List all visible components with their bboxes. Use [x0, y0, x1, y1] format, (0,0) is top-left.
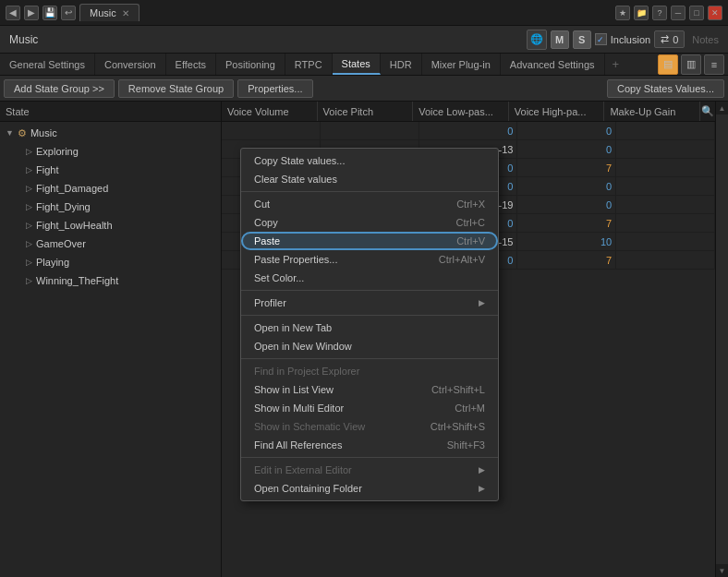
- menu-separator-4: [241, 358, 498, 359]
- inclusion-checkbox[interactable]: ✓: [595, 33, 607, 45]
- tab-advanced-settings[interactable]: Advanced Settings: [501, 54, 605, 75]
- cell-mug-0: [616, 122, 715, 139]
- help-button[interactable]: ?: [652, 6, 667, 20]
- back-button[interactable]: ◀: [6, 6, 20, 20]
- cell-mug-5: [616, 214, 715, 232]
- tab-mixer-plugin[interactable]: Mixer Plug-in: [422, 54, 501, 75]
- minimize-button[interactable]: ─: [671, 6, 686, 20]
- cell-mug-1: [616, 140, 715, 158]
- menu-paste-label: Paste: [254, 235, 280, 246]
- tab-effects[interactable]: Effects: [166, 54, 216, 75]
- state-column-header: State: [0, 102, 221, 122]
- voice-pitch-header: Voice Pitch: [318, 102, 414, 121]
- folder-button[interactable]: 📁: [634, 6, 649, 20]
- tree-item-winning-thefight[interactable]: ▷ Winning_TheFight: [0, 271, 221, 290]
- undo-button[interactable]: ↩: [61, 6, 76, 20]
- menu-open-new-tab-label: Open in New Tab: [254, 322, 332, 333]
- globe-icon[interactable]: 🌐: [527, 30, 547, 50]
- tab-positioning[interactable]: Positioning: [216, 54, 285, 75]
- action-bar: Add State Group >> Remove State Group Pr…: [0, 76, 728, 102]
- cell-hp-4: 0: [517, 196, 616, 213]
- context-menu: Copy State values... Clear State values …: [240, 148, 499, 501]
- remove-state-group-button[interactable]: Remove State Group: [118, 79, 234, 98]
- tree-item-exploring[interactable]: ▷ Exploring: [0, 142, 221, 161]
- cell-mug-6: [616, 233, 715, 250]
- menu-edit-external-label: Edit in External Editor: [254, 464, 352, 475]
- tab-add-button[interactable]: +: [605, 54, 627, 75]
- menu-paste-properties-shortcut: Ctrl+Alt+V: [439, 254, 485, 265]
- play-icon-fight-dying: ▷: [26, 202, 32, 211]
- context-menu-overlay: Copy State values... Clear State values …: [240, 148, 499, 501]
- menu-paste-shortcut: Ctrl+V: [456, 235, 485, 246]
- menu-show-schematic: Show in Schematic View Ctrl+Shift+S: [241, 417, 498, 436]
- menu-cut-label: Cut: [254, 198, 270, 210]
- tab-hdr[interactable]: HDR: [381, 54, 422, 75]
- add-state-group-button[interactable]: Add State Group >>: [4, 79, 115, 98]
- left-panel: State ▼ ⚙ Music ▷ Exploring ▷ Fight ▷ Fi…: [0, 102, 222, 577]
- tree-item-fight[interactable]: ▷ Fight: [0, 161, 221, 179]
- forward-button[interactable]: ▶: [24, 6, 39, 20]
- menu-paste-properties[interactable]: Paste Properties... Ctrl+Alt+V: [241, 250, 498, 269]
- scrollbar[interactable]: ▲ ▼: [715, 102, 728, 577]
- menu-copy-state-values[interactable]: Copy State values...: [241, 151, 498, 170]
- column-headers: Voice Volume Voice Pitch Voice Low-pas..…: [222, 102, 715, 122]
- share-button[interactable]: ⇄ 0: [654, 30, 685, 48]
- music-title: Music: [6, 33, 42, 46]
- tree-item-gameover[interactable]: ▷ GameOver: [0, 234, 221, 253]
- menu-clear-state-values-label: Clear State values: [254, 174, 337, 185]
- view-list-button[interactable]: ≡: [704, 54, 724, 75]
- notes-button[interactable]: Notes: [688, 32, 722, 47]
- tab-close-icon[interactable]: ✕: [122, 8, 129, 18]
- menu-show-multi-editor-shortcut: Ctrl+M: [455, 403, 485, 414]
- tab-rtpc[interactable]: RTPC: [285, 54, 333, 75]
- s-button[interactable]: S: [573, 30, 591, 49]
- cell-hp-1: 0: [517, 140, 616, 158]
- menu-separator-2: [241, 290, 498, 291]
- share-count: 0: [673, 34, 678, 45]
- tab-music[interactable]: Music ✕: [79, 4, 140, 21]
- menu-show-list-view[interactable]: Show in List View Ctrl+Shift+L: [241, 380, 498, 399]
- tree-item-fight-lowhealth[interactable]: ▷ Fight_LowHealth: [0, 216, 221, 234]
- search-icon[interactable]: 🔍: [700, 105, 715, 117]
- view-split-button[interactable]: ▥: [681, 54, 701, 75]
- tree-group-music[interactable]: ▼ ⚙ Music: [0, 124, 221, 142]
- menu-cut[interactable]: Cut Ctrl+X: [241, 195, 498, 213]
- menu-show-multi-editor[interactable]: Show in Multi Editor Ctrl+M: [241, 399, 498, 417]
- menu-paste-properties-label: Paste Properties...: [254, 254, 338, 265]
- menu-find-all-refs[interactable]: Find All References Shift+F3: [241, 436, 498, 454]
- menu-copy[interactable]: Copy Ctrl+C: [241, 213, 498, 232]
- tab-states[interactable]: States: [333, 54, 381, 75]
- menu-paste[interactable]: Paste Ctrl+V: [241, 232, 498, 250]
- scroll-up-arrow[interactable]: ▲: [716, 102, 729, 114]
- menu-clear-state-values[interactable]: Clear State values: [241, 170, 498, 188]
- m-button[interactable]: M: [551, 30, 569, 49]
- save-button[interactable]: 💾: [42, 6, 57, 20]
- tree-item-fight-dying[interactable]: ▷ Fight_Dying: [0, 198, 221, 216]
- cell-pitch-0: [321, 122, 419, 139]
- menu-open-containing-folder[interactable]: Open Containing Folder: [241, 479, 498, 498]
- menu-open-new-tab[interactable]: Open in New Tab: [241, 319, 498, 337]
- voice-volume-header: Voice Volume: [222, 102, 318, 121]
- make-up-gain-header: Make-Up Gain: [604, 102, 700, 121]
- menu-set-color-label: Set Color...: [254, 272, 304, 283]
- properties-button[interactable]: Properties...: [237, 79, 312, 98]
- view-single-button[interactable]: ▤: [658, 54, 678, 75]
- share-icon: ⇄: [661, 33, 669, 45]
- copy-states-values-button[interactable]: Copy States Values...: [607, 79, 724, 98]
- tab-general-settings[interactable]: General Settings: [0, 54, 95, 75]
- cell-mug-3: [616, 177, 715, 195]
- menu-find-section-label: Find in Project Explorer: [241, 362, 498, 380]
- menu-open-new-window[interactable]: Open in New Window: [241, 337, 498, 355]
- scroll-down-arrow[interactable]: ▼: [716, 564, 729, 577]
- menu-profiler[interactable]: Profiler: [241, 294, 498, 312]
- play-icon-fight-damaged: ▷: [26, 184, 32, 193]
- close-window-button[interactable]: ✕: [708, 6, 722, 20]
- tab-conversion[interactable]: Conversion: [95, 54, 166, 75]
- star-button[interactable]: ★: [615, 6, 630, 20]
- menu-set-color[interactable]: Set Color...: [241, 269, 498, 287]
- maximize-button[interactable]: □: [689, 6, 704, 20]
- tree-item-fight-damaged[interactable]: ▷ Fight_Damaged: [0, 179, 221, 198]
- scroll-track[interactable]: [716, 114, 729, 564]
- menu-show-list-view-shortcut: Ctrl+Shift+L: [431, 384, 485, 395]
- tree-item-playing[interactable]: ▷ Playing: [0, 253, 221, 271]
